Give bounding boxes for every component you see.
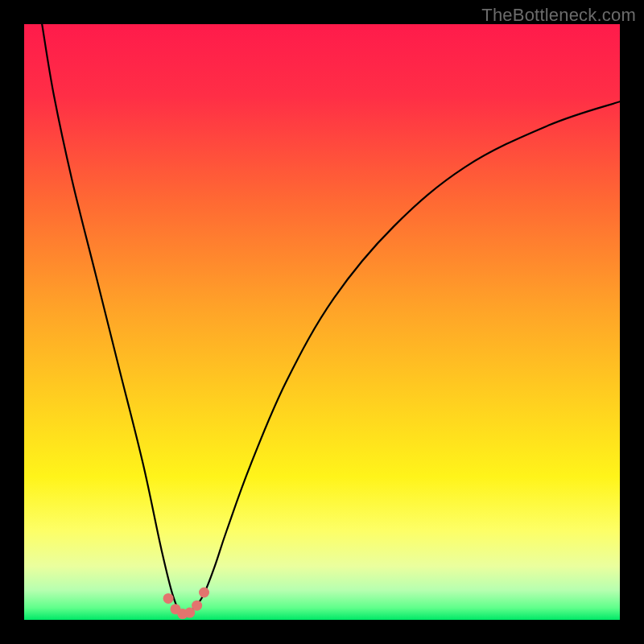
trough-markers <box>163 588 209 620</box>
bottleneck-curve <box>42 24 620 615</box>
plot-frame <box>24 24 620 620</box>
trough-dot <box>163 593 174 604</box>
trough-dot <box>192 601 202 611</box>
trough-dot <box>199 588 209 598</box>
chart-canvas <box>24 24 620 620</box>
watermark-label: TheBottleneck.com <box>481 5 636 26</box>
